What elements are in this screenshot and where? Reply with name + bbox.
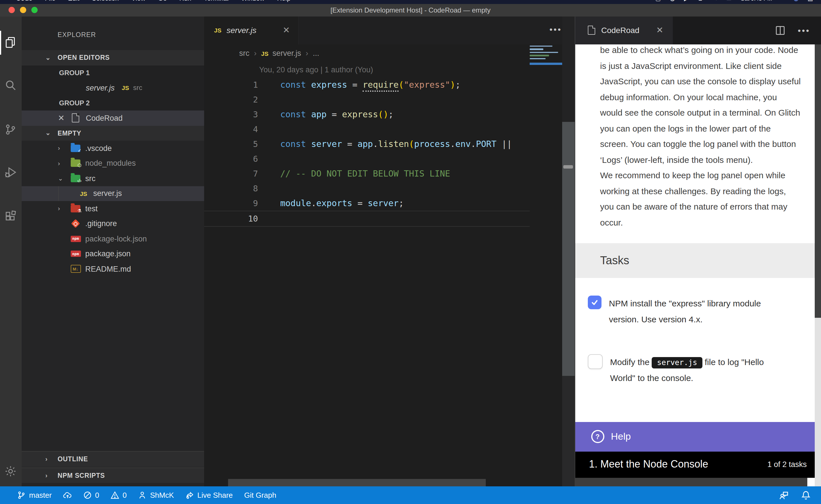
status-live-share[interactable]: Live Share [185,491,233,499]
close-editor-icon[interactable]: ✕ [58,114,64,123]
siri-icon[interactable]: ◉ [794,0,798,1]
source-control-icon[interactable] [0,116,21,143]
close-coderoad-tab-icon[interactable]: ✕ [656,25,663,36]
feedback-icon[interactable] [779,490,789,500]
vertical-scrollbar-handle[interactable] [563,165,573,168]
code-token: = [352,198,368,208]
menu-app-name[interactable]: Code [16,0,32,2]
section-npm-scripts[interactable]: ›NPM SCRIPTS [21,467,204,483]
npm-file-icon: npm [70,235,81,243]
editor-more-actions-icon[interactable]: ••• [549,24,562,34]
menu-item-view[interactable]: View [131,0,145,2]
window-title: [Extension Development Host] - CodeRoad … [0,6,821,14]
editor-vertical-scrollbar[interactable] [562,16,574,486]
tab-coderoad[interactable]: CodeRoad ✕ [575,16,673,44]
menu-item-edit[interactable]: Edit [68,0,79,2]
tree-item-readme-md[interactable]: M↓README.md [21,261,204,276]
settings-gear-icon[interactable] [0,458,21,485]
editor-horizontal-scrollbar[interactable] [228,479,486,486]
open-editor-coderoad[interactable]: ✕CodeRoad [21,110,204,126]
webview-scrollbar-thumb[interactable] [815,44,821,318]
search-icon[interactable] [0,71,21,99]
control-center-icon[interactable]: ▤ [808,0,813,1]
section-outline[interactable]: ›OUTLINE [21,451,204,467]
panel-more-actions-icon[interactable]: ••• [798,26,810,35]
tree-item-package-json[interactable]: npmpackage.json [21,246,204,261]
code-editor[interactable]: 1const express = require("express");23co… [204,77,529,227]
lesson-footer[interactable]: 1. Meet the Node Console 1 of 2 tasks [575,451,821,478]
explorer-sidebar: EXPLORER ⌄OPEN EDITORSGROUP 1JSserver.js… [21,16,204,486]
section-workspace-empty[interactable]: ⌄EMPTY [21,126,204,141]
lesson-text-line: screen. You can toggle the log panel wit… [600,136,807,152]
battery-icon[interactable]: ▭ [726,0,732,1]
code-line-10[interactable]: 10 [204,211,529,227]
breadcrumb-item[interactable]: src [239,49,250,58]
bell-icon[interactable] [801,490,811,500]
test-folder-icon: ⚗ [70,204,81,213]
pencil-icon[interactable]: ✎ [712,0,717,1]
split-editor-icon[interactable] [775,26,785,35]
tree-item-test[interactable]: ›⚗test [21,201,204,216]
code-line-4[interactable]: 4 [204,122,529,137]
code-line-1[interactable]: 1const express = require("express"); [204,77,529,92]
upload-icon[interactable]: ▲ [698,0,703,1]
code-line-2[interactable]: 2 [204,92,529,107]
shield-icon[interactable]: ◍ [670,0,675,1]
chevron-right-icon: › [45,472,53,479]
open-editor-server-js[interactable]: JSserver.jssrc [21,80,204,95]
breadcrumb-separator: › [254,49,257,58]
line-number: 1 [204,80,258,89]
code-token: = [347,80,363,90]
menu-item-help[interactable]: Help [277,0,291,2]
tab-server-js[interactable]: JS server.js ✕ [204,16,299,44]
code-line-6[interactable]: 6 [204,151,529,166]
tree-item-src[interactable]: ⌄‹/›src [21,171,204,186]
breadcrumb-item[interactable]: server.js [273,49,301,58]
status-label: Live Share [197,491,233,499]
status-shmck[interactable]: ShMcK [138,491,174,499]
status-cloud-upload[interactable] [63,491,71,499]
chevron-right-icon: › [45,456,53,463]
menu-item-run[interactable]: Run [179,0,191,2]
menu-item-selection[interactable]: Selection [92,0,119,2]
code-token: () [378,109,388,120]
tree-item-package-lock-json[interactable]: npmpackage-lock.json [21,231,204,246]
node-modules-folder-icon: ⬡ [70,159,81,168]
section-open-editors[interactable]: ⌄OPEN EDITORS [21,50,204,65]
status-0[interactable]: 0 [83,491,99,499]
help-section[interactable]: ? Help [575,422,821,451]
menu-item-file[interactable]: File [45,0,56,2]
code-line-9[interactable]: 9module.exports = server; [204,196,529,211]
tree-item--vscode[interactable]: ›✓.vscode [21,141,204,156]
minimap[interactable] [529,45,562,61]
task-checkbox-unchecked[interactable] [588,354,602,369]
tree-item-node-modules[interactable]: ›⬡node_modules [21,156,204,171]
task-checkbox-checked[interactable] [588,296,601,309]
code-line-8[interactable]: 8 [204,181,529,196]
lesson-progress: 1 of 2 tasks [767,460,807,469]
run-debug-icon[interactable] [0,159,21,186]
tree-item-server-js[interactable]: JSserver.js [21,186,204,201]
status-master[interactable]: master [17,491,52,499]
code-line-3[interactable]: 3const app = express(); [204,107,529,122]
display-icon[interactable]: ▢ [656,0,661,1]
menu-item-window[interactable]: Window [241,0,265,2]
play-icon[interactable]: ▶ [684,0,688,1]
vscode-window: CodeFileEditSelectionViewGoRunTerminalWi… [0,0,821,504]
status-0[interactable]: 0 [111,491,126,499]
status-git-graph[interactable]: Git Graph [244,491,277,499]
code-line-5[interactable]: 5const server = app.listen(process.env.P… [204,137,529,151]
tree-item--gitignore[interactable]: .gitignore [21,216,204,231]
window-title-bar[interactable]: [Extension Development Host] - CodeRoad … [0,4,821,17]
code-token: express [342,109,378,120]
close-tab-icon[interactable]: ✕ [283,25,290,36]
menu-item-terminal[interactable]: Terminal [204,0,229,2]
spotlight-icon[interactable]: ⌕ [781,0,784,2]
code-line-7[interactable]: 7// -- DO NOT EDIT BELOW THIS LINE [204,166,529,181]
explorer-icon[interactable] [0,29,21,56]
menubar-clock[interactable]: Sat 9:45 PM [741,0,772,1]
extensions-icon[interactable] [0,202,21,230]
webview-scrollbar[interactable] [815,44,821,486]
menu-item-go[interactable]: Go [158,0,167,2]
breadcrumb-item[interactable]: ... [313,49,319,58]
